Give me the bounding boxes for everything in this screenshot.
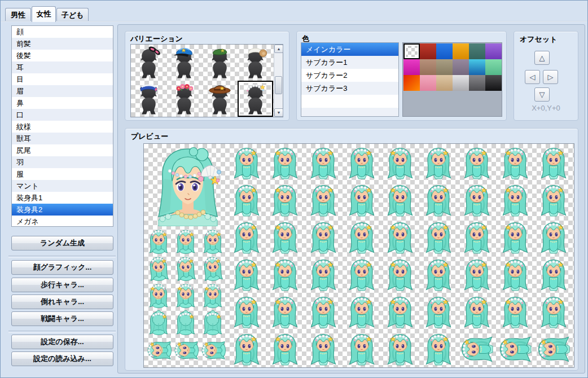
battler-pose-sprite [459, 294, 495, 330]
variation-item-blue-headband[interactable] [131, 81, 166, 117]
walk-sprite-right [199, 282, 226, 309]
color-channel-1[interactable]: メインカラー [301, 43, 398, 56]
blue-cap-icon [166, 45, 202, 81]
parts-item-8[interactable]: 口 [12, 109, 113, 121]
palette-swatch-2[interactable] [420, 43, 436, 59]
walk-sprite-down [145, 227, 172, 254]
battler-pose-sprite [536, 331, 572, 367]
palette-swatch-14[interactable] [420, 75, 436, 91]
parts-item-4[interactable]: 耳 [12, 61, 113, 73]
damage-sprite [199, 337, 226, 364]
parts-item-15[interactable]: 装身具1 [12, 192, 113, 204]
offset-left-button[interactable]: ◁ [525, 70, 540, 84]
offset-up-button[interactable]: △ [534, 51, 550, 65]
color-channel-list[interactable]: メインカラーサブカラー1サブカラー2サブカラー3 [301, 42, 399, 117]
battler-pose-sprite [536, 219, 572, 256]
battler-pose-sprite [344, 257, 380, 293]
battler-pose-sprite [536, 182, 572, 218]
tab-male[interactable]: 男性 [5, 8, 31, 21]
battler-pose-sprite [344, 294, 380, 330]
battler-pose-sprite [267, 257, 303, 293]
battler-pose-sprite [420, 331, 457, 367]
down-character-button[interactable]: 倒れキャラ... [11, 295, 113, 309]
parts-item-14[interactable]: マント [12, 180, 113, 192]
load-settings-button[interactable]: 設定の読み込み... [11, 351, 113, 366]
tab-child[interactable]: 子ども [56, 8, 89, 21]
battler-pose-sprite [344, 331, 380, 367]
battler-pose-sprite [382, 331, 418, 367]
walk-sprite-up [145, 309, 172, 336]
variation-item-green-beret[interactable] [202, 45, 238, 81]
parts-list[interactable]: 顔前髪後髪耳目眉鼻口紋様獣耳尻尾羽服マント装身具1装身具2メガネ [11, 25, 113, 227]
palette-swatch-12[interactable] [485, 59, 502, 75]
palette-swatch-10[interactable] [453, 59, 469, 75]
battler-pose-sprite [267, 145, 303, 181]
cowboy-hat-icon [202, 81, 238, 117]
palette-swatch-5[interactable] [469, 43, 485, 59]
battler-pose-sprite [267, 331, 303, 367]
parts-item-17[interactable]: メガネ [12, 216, 113, 227]
parts-item-10[interactable]: 獣耳 [12, 133, 113, 144]
parts-item-9[interactable]: 紋様 [12, 121, 113, 133]
tab-female[interactable]: 女性 [32, 6, 56, 22]
parts-item-7[interactable]: 鼻 [12, 97, 113, 109]
palette-swatch-16[interactable] [453, 75, 469, 91]
color-channel-2[interactable]: サブカラー1 [301, 56, 398, 69]
color-palette[interactable] [402, 42, 502, 117]
variation-item-ram-horns[interactable] [238, 45, 273, 81]
battler-pose-sprite [267, 182, 303, 218]
offset-right-button[interactable]: ▷ [543, 70, 558, 84]
scroll-up-button[interactable]: ▲ [274, 45, 283, 53]
walk-sprite-down [199, 227, 226, 254]
palette-swatch-6[interactable] [485, 43, 502, 59]
variation-item-cowboy-hat[interactable] [202, 81, 238, 117]
parts-item-6[interactable]: 眉 [12, 85, 113, 97]
offset-down-button[interactable]: ▽ [534, 87, 550, 102]
palette-swatch-11[interactable] [469, 59, 485, 75]
parts-item-16[interactable]: 装身具2 [12, 204, 113, 216]
parts-item-13[interactable]: 服 [12, 168, 113, 180]
palette-swatch-17[interactable] [469, 75, 485, 91]
offset-title: オフセット [520, 34, 558, 45]
walk-character-button[interactable]: 歩行キャラ... [11, 278, 113, 292]
battler-pose-sprite [305, 182, 341, 218]
variation-scrollbar[interactable]: ▲ ▼ [274, 45, 283, 117]
variation-item-blue-cap[interactable] [166, 45, 202, 81]
parts-item-2[interactable]: 前髪 [12, 38, 113, 50]
battler-pose-sprite [536, 145, 572, 181]
scroll-down-button[interactable]: ▼ [274, 108, 283, 117]
variation-item-bunny-ears[interactable] [131, 45, 166, 81]
palette-swatch-15[interactable] [436, 75, 453, 91]
random-generate-button[interactable]: ランダム生成 [11, 236, 113, 250]
palette-swatch-9[interactable] [436, 59, 453, 75]
battler-pose-sprite [497, 145, 533, 181]
battler-pose-sprite [229, 182, 265, 218]
face-graphic-button[interactable]: 顔グラフィック... [11, 260, 113, 275]
palette-swatch-3[interactable] [436, 43, 453, 59]
parts-item-3[interactable]: 後髪 [12, 50, 113, 61]
palette-swatch-8[interactable] [420, 59, 436, 75]
color-channel-3[interactable]: サブカラー2 [301, 69, 398, 82]
walk-sprite-down [172, 227, 199, 254]
pearl-headdress-icon [238, 81, 273, 117]
color-channel-4[interactable]: サブカラー3 [301, 82, 398, 95]
variation-item-pearl-headdress[interactable] [238, 81, 273, 117]
variation-item-flower-crown[interactable] [166, 81, 202, 117]
palette-swatch-1[interactable] [403, 43, 420, 59]
parts-item-12[interactable]: 羽 [12, 156, 113, 168]
variation-title: バリエーション [130, 34, 183, 44]
battler-pose-sprite [229, 294, 265, 330]
parts-item-11[interactable]: 尻尾 [12, 144, 113, 156]
battle-character-button[interactable]: 戦闘キャラ... [11, 311, 113, 326]
parts-item-5[interactable]: 目 [12, 73, 113, 85]
scrollbar-thumb[interactable] [275, 76, 282, 94]
palette-swatch-7[interactable] [403, 59, 420, 75]
palette-swatch-4[interactable] [453, 43, 469, 59]
battler-pose-sprite [536, 294, 572, 330]
battler-pose-sprite [344, 182, 380, 218]
palette-swatch-18[interactable] [485, 75, 502, 91]
separator [8, 256, 116, 258]
save-settings-button[interactable]: 設定の保存... [11, 335, 113, 349]
palette-swatch-13[interactable] [403, 75, 420, 91]
parts-item-1[interactable]: 顔 [12, 26, 113, 38]
